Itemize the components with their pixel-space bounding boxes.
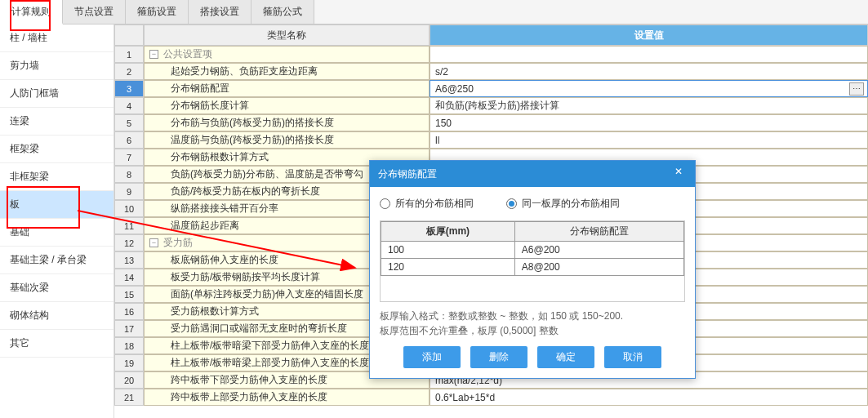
radio-same-thickness[interactable]: 同一板厚的分布筋相同 [506,197,620,211]
th-thickness: 板厚(mm) [381,222,515,242]
th-config: 分布钢筋配置 [514,222,683,242]
collapse-icon[interactable]: − [149,238,158,247]
cell-name: 起始受力钢筋、负筋距支座边距离 [144,63,430,80]
row-number: 4 [114,97,144,114]
sidebar-item-0[interactable]: 柱 / 墙柱 [0,24,114,52]
row-number: 17 [114,320,144,337]
row-number: 5 [114,114,144,131]
tab-2[interactable]: 箍筋设置 [126,0,189,24]
tab-3[interactable]: 搭接设置 [189,0,251,24]
sidebar-item-2[interactable]: 人防门框墙 [0,80,114,108]
dialog-buttons: 添加删除确定取消 [380,346,685,368]
cell-value[interactable]: s/2 [430,63,868,80]
table-row[interactable]: 100A6@200 [381,242,684,259]
sidebar-item-1[interactable]: 剪力墙 [0,52,114,80]
row-number: 13 [114,251,144,269]
cell-value[interactable]: 和负筋(跨板受力筋)搭接计算 [430,97,868,114]
dialog-title: 分布钢筋配置 [378,167,437,181]
cell-config[interactable]: A6@200 [514,242,683,259]
cell-name: −公共设置项 [144,46,430,63]
cell-value[interactable]: 0.6*Lab+15*d [430,389,868,406]
row-number: 20 [114,371,144,389]
table-row[interactable]: 3分布钢筋配置A6@250⋯ [114,80,868,97]
top-tabs: 计算规则节点设置箍筋设置搭接设置箍筋公式 [0,0,868,24]
ok-button[interactable]: 确定 [537,346,594,368]
cell-value[interactable] [430,46,868,63]
hint-text: 板厚输入格式：整数或整数 ~ 整数，如 150 或 150~200. 板厚范围不… [380,309,685,338]
sidebar-item-9[interactable]: 基础次梁 [0,274,114,302]
radio-all-same[interactable]: 所有的分布筋相同 [380,197,474,211]
table-row[interactable]: 21跨中板带上部受力筋伸入支座的长度0.6*Lab+15*d [114,389,868,406]
row-number: 12 [114,234,144,251]
row-number: 16 [114,303,144,320]
thickness-table-wrap: 板厚(mm) 分布钢筋配置 100A6@200120A8@200 [380,220,685,302]
row-number: 21 [114,389,144,406]
sidebar-item-7[interactable]: 基础 [0,219,114,247]
close-icon[interactable]: ✕ [670,166,687,182]
sidebar-item-6[interactable]: 板 [0,191,114,219]
cell-thickness[interactable]: 120 [381,259,515,276]
row-number: 19 [114,354,144,371]
row-number: 11 [114,217,144,234]
row-number: 9 [114,183,144,200]
radio-label: 同一板厚的分布筋相同 [522,197,620,211]
cell-thickness[interactable]: 100 [381,242,515,259]
rownum-header [114,24,144,46]
grid-header: 类型名称 设置值 [114,24,868,46]
tab-1[interactable]: 节点设置 [63,0,126,24]
cancel-button[interactable]: 取消 [604,346,661,368]
table-row[interactable]: 120A8@200 [381,259,684,276]
row-number: 18 [114,337,144,354]
col-header-value: 设置值 [430,24,868,46]
cell-name: 温度筋与负筋(跨板受力筋)的搭接长度 [144,131,430,149]
add-button[interactable]: 添加 [403,346,461,368]
row-number: 14 [114,269,144,286]
dialog-titlebar: 分布钢筋配置 ✕ [370,161,695,187]
cell-name: 分布钢筋配置 [144,80,430,97]
category-sidebar: 柱 / 墙柱剪力墙人防门框墙连梁框架梁非框架梁板基础基础主梁 / 承台梁基础次梁… [0,24,114,418]
sidebar-item-11[interactable]: 其它 [0,330,114,358]
cell-name: 分布筋与负筋(跨板受力筋)的搭接长度 [144,114,430,131]
row-number: 10 [114,200,144,217]
row-number: 8 [114,166,144,183]
config-dialog: 分布钢筋配置 ✕ 所有的分布筋相同 同一板厚的分布筋相同 板厚(mm) 分布钢筋… [369,160,696,379]
sidebar-item-10[interactable]: 砌体结构 [0,302,114,330]
cell-config[interactable]: A8@200 [514,259,683,276]
delete-button[interactable]: 删除 [470,346,527,368]
table-row[interactable]: 6温度筋与负筋(跨板受力筋)的搭接长度ll [114,131,868,149]
cell-name: 跨中板带上部受力筋伸入支座的长度 [144,389,430,406]
cell-value[interactable]: A6@250⋯ [430,80,868,97]
radio-label: 所有的分布筋相同 [395,197,474,211]
ellipsis-button[interactable]: ⋯ [849,82,864,96]
row-number: 2 [114,63,144,80]
sidebar-item-5[interactable]: 非框架梁 [0,163,114,191]
sidebar-item-3[interactable]: 连梁 [0,108,114,136]
sidebar-item-4[interactable]: 框架梁 [0,136,114,163]
tab-0[interactable]: 计算规则 [0,0,63,24]
table-row[interactable]: 5分布筋与负筋(跨板受力筋)的搭接长度150 [114,114,868,131]
collapse-icon[interactable]: − [149,50,158,59]
table-row[interactable]: 4分布钢筋长度计算和负筋(跨板受力筋)搭接计算 [114,97,868,114]
row-number: 3 [114,80,144,97]
row-number: 6 [114,131,144,149]
table-row[interactable]: 1−公共设置项 [114,46,868,63]
cell-value[interactable]: 150 [430,114,868,131]
row-number: 1 [114,46,144,63]
cell-value[interactable]: ll [430,131,868,149]
sidebar-item-8[interactable]: 基础主梁 / 承台梁 [0,247,114,274]
row-number: 7 [114,149,144,166]
col-header-name: 类型名称 [144,24,430,46]
table-row[interactable]: 2起始受力钢筋、负筋距支座边距离s/2 [114,63,868,80]
row-number: 15 [114,286,144,303]
tab-4[interactable]: 箍筋公式 [251,0,314,24]
thickness-table: 板厚(mm) 分布钢筋配置 100A6@200120A8@200 [381,221,684,276]
cell-name: 分布钢筋长度计算 [144,97,430,114]
